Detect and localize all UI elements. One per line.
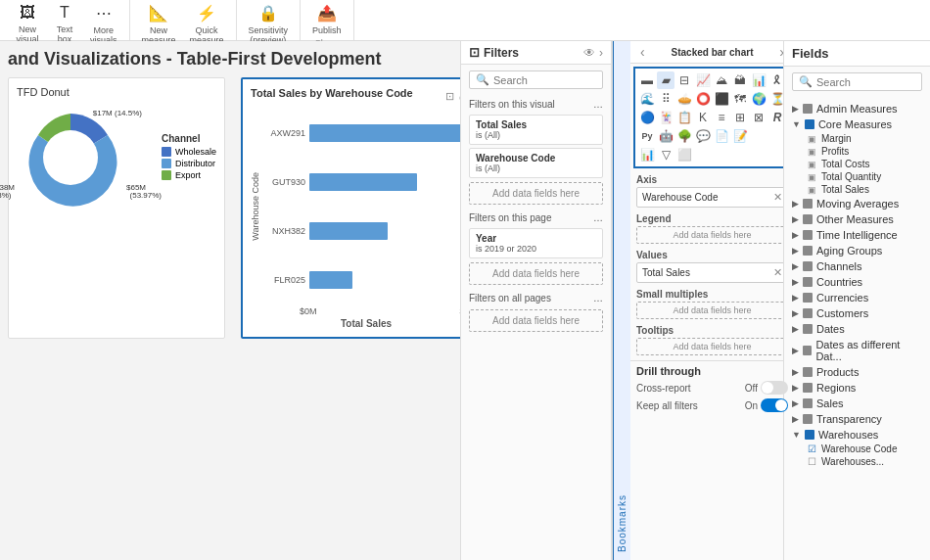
viz-small-multiples-add[interactable]: Add data fields here [636, 302, 788, 319]
viz-icon-pie[interactable]: 🥧 [675, 90, 693, 108]
fields-group-core-measures[interactable]: ▼ Core Measures [784, 117, 930, 132]
fields-group-time-intelligence[interactable]: ▶ Time Intelligence [784, 227, 930, 243]
viz-icon-stacked-area[interactable]: 🏔 [731, 71, 749, 89]
bookmark-tab[interactable]: Bookmarks [613, 41, 630, 560]
filter-search-input[interactable] [493, 74, 596, 86]
viz-icon-map[interactable]: 🗺 [731, 90, 749, 108]
filter-chip-year[interactable]: Year is 2019 or 2020 [469, 228, 603, 258]
viz-icon-card[interactable]: 🃏 [657, 109, 674, 126]
fields-group-regions[interactable]: ▶ Regions [784, 380, 930, 396]
fields-item-profits[interactable]: ▣ Profits [784, 145, 930, 158]
fields-group-admin-measures[interactable]: ▶ Admin Measures [784, 101, 930, 117]
filter-add-page[interactable]: Add data fields here [469, 262, 603, 285]
viz-icon-area[interactable]: ⛰ [713, 71, 730, 89]
viz-icon-stacked-bar[interactable]: ▰ [657, 71, 674, 89]
fields-group-warehouses[interactable]: ▼ Warehouses [784, 427, 930, 443]
viz-icon-paginated[interactable]: 📄 [713, 127, 730, 145]
nav-left-icon[interactable]: ‹ [636, 44, 649, 60]
donut-legend: Channel Wholesale Distributor Export [162, 133, 216, 182]
fields-group-customers[interactable]: ▶ Customers [784, 305, 930, 321]
fields-group-dates[interactable]: ▶ Dates [784, 321, 930, 337]
filter-chart-icon[interactable]: ⊡ [445, 90, 454, 103]
chevron-right-icon-ch: ▶ [792, 261, 799, 271]
viz-icon-slicer[interactable]: ≡ [713, 109, 730, 126]
viz-icon-decomp[interactable]: 🌳 [675, 127, 693, 145]
legend-label-wholesale: Wholesale [175, 147, 216, 157]
fields-group-moving-averages[interactable]: ▶ Moving Averages [784, 196, 930, 211]
viz-tooltips-add[interactable]: Add data fields here [636, 338, 788, 355]
filters-page-more[interactable]: … [593, 212, 603, 223]
fields-group-other-measures[interactable]: ▶ Other Measures [784, 211, 930, 227]
viz-axis-field[interactable]: Warehouse Code ✕ [636, 187, 788, 208]
fields-item-total-sales[interactable]: ▣ Total Sales [784, 183, 930, 196]
filters-all-pages-label: Filters on all pages … [461, 289, 611, 305]
viz-icon-shape[interactable]: ⬜ [675, 146, 693, 163]
chevron-right-icon-ma: ▶ [792, 199, 799, 209]
filter-add-all-pages[interactable]: Add data fields here [469, 309, 603, 332]
fields-group-currencies[interactable]: ▶ Currencies [784, 290, 930, 305]
viz-icon-100-bar[interactable]: ⊟ [675, 71, 693, 89]
text-box-button[interactable]: T Textbox [47, 2, 82, 46]
filters-visual-more[interactable]: … [593, 99, 603, 110]
filters-all-more[interactable]: … [593, 293, 603, 303]
viz-icon-python[interactable]: Py [638, 127, 656, 145]
donut-chart[interactable]: TFD Donut [8, 77, 225, 339]
fields-group-transparency[interactable]: ▶ Transparency [784, 411, 930, 427]
viz-icon-col-chart[interactable]: 📊 [638, 146, 656, 163]
viz-values-x-icon[interactable]: ✕ [773, 266, 782, 279]
viz-icon-scatter[interactable]: ⠿ [657, 90, 674, 108]
legend-item-distributor: Distributor [162, 159, 216, 168]
viz-icon-smart-narr[interactable]: 📝 [731, 127, 749, 145]
expand-chart-icon[interactable]: ⤢ [458, 90, 460, 103]
viz-axis-section: Axis Warehouse Code ✕ [630, 171, 794, 210]
viz-values-field[interactable]: Total Sales ✕ [636, 262, 788, 283]
publish-button[interactable]: 📤 Publish [306, 2, 348, 37]
fields-group-channels[interactable]: ▶ Channels [784, 258, 930, 274]
fields-item-warehouses-dots[interactable]: ☐ Warehouses... [784, 455, 930, 468]
filter-chip-total-sales[interactable]: Total Sales is (All) [469, 115, 603, 145]
fields-group-aging-groups[interactable]: ▶ Aging Groups [784, 243, 930, 258]
table-icon-total-costs: ▣ [808, 160, 816, 169]
fields-group-products[interactable]: ▶ Products [784, 364, 930, 380]
viz-icon-ai[interactable]: 🤖 [657, 127, 674, 145]
viz-icon-donut[interactable]: ⭕ [694, 90, 712, 108]
fields-group-dates-alt[interactable]: ▶ Dates as different Dat... [784, 337, 930, 364]
viz-icon-bar[interactable]: ▬ [638, 71, 656, 89]
viz-axis-x-icon[interactable]: ✕ [773, 191, 782, 204]
viz-legend-add[interactable]: Add data fields here [636, 226, 788, 244]
viz-icon-treemap[interactable]: ⬛ [713, 90, 730, 108]
viz-icon-matrix[interactable]: ⊠ [750, 109, 767, 126]
viz-values-value: Total Sales [642, 267, 690, 278]
fields-group-sales[interactable]: ▶ Sales [784, 396, 930, 411]
fields-group-countries[interactable]: ▶ Countries [784, 274, 930, 290]
viz-icon-waterfall[interactable]: 🌊 [638, 90, 656, 108]
viz-legend-section: Legend Add data fields here [630, 210, 794, 247]
viz-icon-filled-map[interactable]: 🌍 [750, 90, 767, 108]
viz-icon-table[interactable]: ⊞ [731, 109, 749, 126]
fields-item-margin[interactable]: ▣ Margin [784, 132, 930, 145]
fields-item-total-quantity[interactable]: ▣ Total Quantity [784, 170, 930, 183]
filter-chip-warehouse-code[interactable]: Warehouse Code is (All) [469, 148, 603, 178]
viz-icon-multi-row[interactable]: 📋 [675, 109, 693, 126]
fields-item-warehouse-code[interactable]: ☑ Warehouse Code [784, 443, 930, 455]
viz-icon-qa[interactable]: 💬 [694, 127, 712, 145]
fields-group-label-cu: Currencies [816, 292, 868, 303]
filter-add-visual[interactable]: Add data fields here [469, 182, 603, 205]
viz-icon-gauge[interactable]: 🔵 [638, 109, 656, 126]
filter-collapse-icon[interactable]: › [599, 46, 603, 60]
cross-report-toggle[interactable] [761, 381, 788, 395]
viz-icon-empty4 [713, 146, 730, 163]
filter-search-box[interactable]: 🔍 [469, 70, 603, 89]
viz-icon-kpi[interactable]: K [694, 109, 712, 126]
new-visual-button[interactable]: 🖼 Newvisual [10, 2, 45, 46]
fields-item-total-costs[interactable]: ▣ Total Costs [784, 158, 930, 170]
bar-chart[interactable]: Total Sales by Warehouse Code ⊡ ⤢ … Ware… [241, 77, 460, 339]
fields-search-input[interactable] [816, 76, 915, 88]
viz-icon-funnel2[interactable]: ▽ [657, 146, 674, 163]
viz-icon-line-col[interactable]: 📊 [750, 71, 767, 89]
donut-svg [17, 104, 124, 211]
viz-icon-line[interactable]: 📈 [694, 71, 712, 89]
filter-eye-icon[interactable]: 👁 [583, 46, 595, 60]
keep-filters-toggle[interactable] [761, 398, 788, 412]
fields-search-box[interactable]: 🔍 [792, 72, 922, 91]
